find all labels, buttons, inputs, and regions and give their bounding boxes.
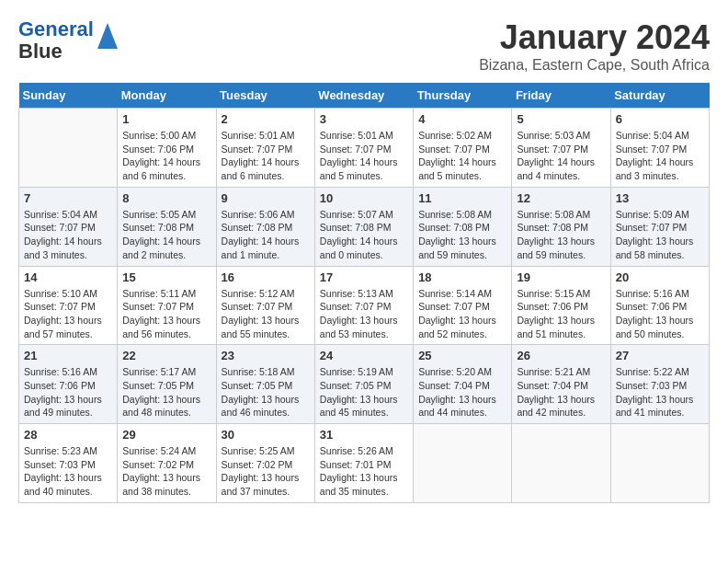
day-number: 23 <box>222 349 310 362</box>
day-info: Sunrise: 5:02 AMSunset: 7:07 PMDaylight:… <box>418 129 506 183</box>
day-number: 2 <box>222 112 310 126</box>
day-info: Sunrise: 5:03 AMSunset: 7:07 PMDaylight:… <box>517 129 605 183</box>
day-number: 16 <box>222 270 310 284</box>
svg-marker-0 <box>97 23 118 49</box>
day-number: 26 <box>517 349 605 362</box>
calendar-cell: 7Sunrise: 5:04 AMSunset: 7:07 PMDaylight… <box>19 187 118 266</box>
calendar-cell: 17Sunrise: 5:13 AMSunset: 7:07 PMDayligh… <box>314 266 413 345</box>
day-info: Sunrise: 5:08 AMSunset: 7:08 PMDaylight:… <box>517 208 605 262</box>
day-number: 25 <box>418 349 506 362</box>
calendar-cell: 12Sunrise: 5:08 AMSunset: 7:08 PMDayligh… <box>512 187 610 266</box>
day-number: 21 <box>24 349 112 362</box>
day-info: Sunrise: 5:16 AMSunset: 7:06 PMDaylight:… <box>24 365 112 419</box>
day-info: Sunrise: 5:23 AMSunset: 7:03 PMDaylight:… <box>24 444 112 499</box>
day-number: 9 <box>222 191 310 205</box>
calendar-cell: 14Sunrise: 5:10 AMSunset: 7:07 PMDayligh… <box>19 266 118 345</box>
day-number: 10 <box>320 191 408 205</box>
calendar-cell: 19Sunrise: 5:15 AMSunset: 7:06 PMDayligh… <box>512 266 610 345</box>
day-info: Sunrise: 5:00 AMSunset: 7:06 PMDaylight:… <box>122 129 210 183</box>
day-info: Sunrise: 5:11 AMSunset: 7:07 PMDaylight:… <box>122 287 210 341</box>
day-info: Sunrise: 5:04 AMSunset: 7:07 PMDaylight:… <box>616 129 704 183</box>
calendar-cell: 5Sunrise: 5:03 AMSunset: 7:07 PMDaylight… <box>512 109 610 188</box>
day-number: 5 <box>517 112 605 126</box>
day-info: Sunrise: 5:14 AMSunset: 7:07 PMDaylight:… <box>418 287 506 341</box>
logo-icon <box>97 23 118 49</box>
day-info: Sunrise: 5:15 AMSunset: 7:06 PMDaylight:… <box>517 287 605 341</box>
day-info: Sunrise: 5:05 AMSunset: 7:08 PMDaylight:… <box>122 208 210 262</box>
day-number: 4 <box>418 112 506 126</box>
day-info: Sunrise: 5:12 AMSunset: 7:07 PMDaylight:… <box>222 287 310 341</box>
day-info: Sunrise: 5:09 AMSunset: 7:07 PMDaylight:… <box>616 208 704 262</box>
calendar-cell: 4Sunrise: 5:02 AMSunset: 7:07 PMDaylight… <box>414 109 512 188</box>
day-number: 15 <box>122 270 210 284</box>
day-info: Sunrise: 5:16 AMSunset: 7:06 PMDaylight:… <box>616 287 704 341</box>
calendar-cell: 3Sunrise: 5:01 AMSunset: 7:07 PMDaylight… <box>314 109 413 188</box>
day-info: Sunrise: 5:21 AMSunset: 7:04 PMDaylight:… <box>517 365 605 419</box>
calendar-cell: 13Sunrise: 5:09 AMSunset: 7:07 PMDayligh… <box>610 187 709 266</box>
weekday-header-friday: Friday <box>512 83 610 109</box>
location: Bizana, Eastern Cape, South Africa <box>479 57 710 74</box>
day-number: 24 <box>320 349 408 362</box>
calendar-cell: 2Sunrise: 5:01 AMSunset: 7:07 PMDaylight… <box>216 109 314 188</box>
day-info: Sunrise: 5:13 AMSunset: 7:07 PMDaylight:… <box>320 287 408 341</box>
calendar-cell: 18Sunrise: 5:14 AMSunset: 7:07 PMDayligh… <box>414 266 512 345</box>
calendar-cell: 11Sunrise: 5:08 AMSunset: 7:08 PMDayligh… <box>414 187 512 266</box>
day-info: Sunrise: 5:24 AMSunset: 7:02 PMDaylight:… <box>122 444 210 499</box>
day-number: 8 <box>122 191 210 205</box>
calendar-cell: 15Sunrise: 5:11 AMSunset: 7:07 PMDayligh… <box>118 266 216 345</box>
calendar-cell <box>610 424 709 503</box>
weekday-header-row: SundayMondayTuesdayWednesdayThursdayFrid… <box>19 83 710 109</box>
month-title: January 2024 <box>479 18 710 57</box>
day-info: Sunrise: 5:04 AMSunset: 7:07 PMDaylight:… <box>24 208 112 262</box>
week-row-2: 7Sunrise: 5:04 AMSunset: 7:07 PMDaylight… <box>19 187 710 266</box>
day-info: Sunrise: 5:06 AMSunset: 7:08 PMDaylight:… <box>222 208 310 262</box>
day-info: Sunrise: 5:10 AMSunset: 7:07 PMDaylight:… <box>24 287 112 341</box>
calendar-cell: 27Sunrise: 5:22 AMSunset: 7:03 PMDayligh… <box>610 345 709 424</box>
calendar-cell <box>414 424 512 503</box>
calendar-cell: 1Sunrise: 5:00 AMSunset: 7:06 PMDaylight… <box>118 109 216 188</box>
logo: General Blue <box>18 18 118 63</box>
calendar-cell: 8Sunrise: 5:05 AMSunset: 7:08 PMDaylight… <box>118 187 216 266</box>
day-number: 14 <box>24 270 112 284</box>
weekday-header-sunday: Sunday <box>19 83 118 109</box>
calendar-cell: 22Sunrise: 5:17 AMSunset: 7:05 PMDayligh… <box>118 345 216 424</box>
calendar-cell: 6Sunrise: 5:04 AMSunset: 7:07 PMDaylight… <box>610 109 709 188</box>
day-info: Sunrise: 5:07 AMSunset: 7:08 PMDaylight:… <box>320 208 408 262</box>
calendar-table: SundayMondayTuesdayWednesdayThursdayFrid… <box>18 83 710 503</box>
day-number: 22 <box>122 349 210 362</box>
day-number: 31 <box>320 428 408 442</box>
day-number: 6 <box>616 112 704 126</box>
day-info: Sunrise: 5:01 AMSunset: 7:07 PMDaylight:… <box>222 129 310 183</box>
day-number: 27 <box>616 349 704 362</box>
day-info: Sunrise: 5:17 AMSunset: 7:05 PMDaylight:… <box>122 365 210 419</box>
calendar-cell: 28Sunrise: 5:23 AMSunset: 7:03 PMDayligh… <box>19 424 118 503</box>
week-row-1: 1Sunrise: 5:00 AMSunset: 7:06 PMDaylight… <box>19 109 710 188</box>
day-number: 7 <box>24 191 112 205</box>
calendar-cell <box>19 109 118 188</box>
day-number: 20 <box>616 270 704 284</box>
weekday-header-monday: Monday <box>118 83 216 109</box>
page-header: General Blue January 2024 Bizana, Easter… <box>18 18 710 74</box>
calendar-cell: 20Sunrise: 5:16 AMSunset: 7:06 PMDayligh… <box>610 266 709 345</box>
day-info: Sunrise: 5:01 AMSunset: 7:07 PMDaylight:… <box>320 129 408 183</box>
title-area: January 2024 Bizana, Eastern Cape, South… <box>479 18 710 74</box>
calendar-cell: 25Sunrise: 5:20 AMSunset: 7:04 PMDayligh… <box>414 345 512 424</box>
calendar-cell: 29Sunrise: 5:24 AMSunset: 7:02 PMDayligh… <box>118 424 216 503</box>
day-number: 12 <box>517 191 605 205</box>
weekday-header-thursday: Thursday <box>414 83 512 109</box>
day-number: 3 <box>320 112 408 126</box>
day-info: Sunrise: 5:25 AMSunset: 7:02 PMDaylight:… <box>222 444 310 499</box>
day-number: 13 <box>616 191 704 205</box>
day-number: 19 <box>517 270 605 284</box>
day-info: Sunrise: 5:19 AMSunset: 7:05 PMDaylight:… <box>320 365 408 419</box>
day-number: 29 <box>122 428 210 442</box>
weekday-header-saturday: Saturday <box>610 83 709 109</box>
calendar-cell: 21Sunrise: 5:16 AMSunset: 7:06 PMDayligh… <box>19 345 118 424</box>
calendar-cell: 23Sunrise: 5:18 AMSunset: 7:05 PMDayligh… <box>216 345 314 424</box>
day-number: 30 <box>222 428 310 442</box>
day-info: Sunrise: 5:20 AMSunset: 7:04 PMDaylight:… <box>418 365 506 419</box>
calendar-cell <box>512 424 610 503</box>
calendar-cell: 30Sunrise: 5:25 AMSunset: 7:02 PMDayligh… <box>216 424 314 503</box>
day-number: 28 <box>24 428 112 442</box>
calendar-cell: 16Sunrise: 5:12 AMSunset: 7:07 PMDayligh… <box>216 266 314 345</box>
